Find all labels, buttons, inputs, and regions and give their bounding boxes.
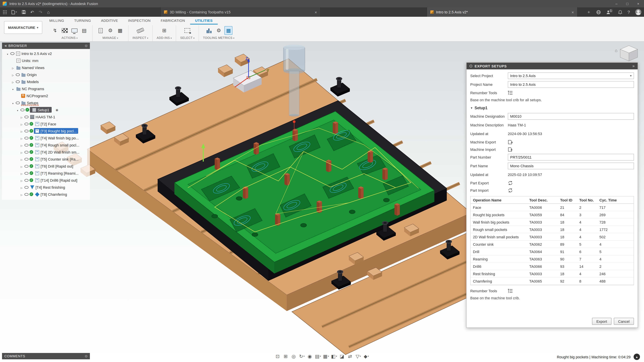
collaborators-icon[interactable]: 1	[606, 10, 613, 14]
simulate-icon[interactable]	[61, 26, 69, 35]
operation-table-row[interactable]: 2D Wall finish small pockets TA0003 18 4…	[470, 233, 634, 241]
operation-table-row[interactable]: Drill6 TA0066 93 14 2	[470, 263, 634, 270]
viewports-icon[interactable]: ◧ ▾	[330, 353, 338, 360]
orbit-icon[interactable]: ↻ ▾	[298, 353, 306, 360]
setup-sheet-icon[interactable]: ▤	[80, 26, 88, 35]
export-setups-header[interactable]: EXPORT SETUPS »	[466, 63, 638, 69]
visibility-eye-icon[interactable]	[24, 193, 29, 196]
browser-tree-item[interactable]: [T2] Face	[2, 120, 90, 127]
metrics-chart-icon[interactable]	[205, 26, 213, 35]
cancel-button[interactable]: Cancel	[614, 318, 634, 325]
setup-section-header[interactable]: Setup1	[470, 106, 634, 110]
grid-settings-icon[interactable]: ▦ ▾	[322, 353, 330, 360]
expander-icon[interactable]	[11, 101, 15, 105]
expander-icon[interactable]	[20, 129, 24, 133]
visibility-eye-icon[interactable]	[24, 165, 29, 167]
browser-tree-item[interactable]: [T4] Rest finishing	[2, 184, 90, 191]
ribbon-tab[interactable]: INSPECTION	[123, 17, 156, 24]
machine-import-icon[interactable]	[508, 147, 513, 152]
browser-tree-item[interactable]: [T4] Wall finish big po...	[2, 134, 90, 141]
expander-icon[interactable]	[20, 136, 24, 140]
maximize-button[interactable]: □	[626, 2, 628, 6]
undo-icon[interactable]: ↶	[30, 9, 34, 14]
group-label-addins[interactable]: ADD-INS	[157, 36, 172, 39]
ribbon-tab[interactable]: MILLING	[44, 17, 69, 24]
operation-table-row[interactable]: Chamfering TA0065 92 8 488	[470, 278, 634, 285]
visibility-eye-icon[interactable]	[24, 122, 29, 125]
pan-icon[interactable]: ⊞	[282, 353, 289, 360]
workspace-selector[interactable]: MANUFACTURE	[4, 21, 42, 34]
part-import-icon[interactable]	[508, 188, 513, 193]
redo-icon[interactable]: ↷	[39, 9, 42, 14]
expander-icon[interactable]	[11, 72, 15, 77]
operation-table-row[interactable]: Rought big pockets TA0059 84 3 269	[470, 211, 634, 219]
browser-tree-item[interactable]: Models	[2, 78, 90, 85]
operation-table-row[interactable]: Reaming TA0063 90 7 4	[470, 255, 634, 263]
browser-tree-item[interactable]: Intro to 2.5 Axis v2	[2, 50, 90, 57]
group-label-actions[interactable]: ACTIONS	[62, 36, 78, 39]
browser-tree-item[interactable]: [T3] Rought big pocl...	[2, 127, 90, 134]
visibility-eye-icon[interactable]	[24, 115, 29, 118]
measure-icon[interactable]: ⇄	[347, 353, 354, 360]
collapse-browser-icon[interactable]: ◀	[4, 44, 6, 47]
expander-icon[interactable]	[20, 192, 24, 196]
save-icon[interactable]	[22, 10, 26, 14]
document-tab[interactable]: 3D Milling - Containing Toolpaths v15	[160, 7, 321, 17]
filter-icon[interactable]: ▽ ▾	[355, 353, 362, 360]
expander-icon[interactable]	[20, 115, 24, 119]
browser-pin-icon[interactable]: ⊙	[85, 44, 88, 48]
operation-table-row[interactable]: Counter sink TA0062 89 5 4	[470, 241, 634, 248]
expander-icon[interactable]	[20, 122, 24, 126]
machine-export-icon[interactable]	[508, 140, 513, 144]
expander-icon[interactable]	[20, 157, 24, 161]
browser-tree-item[interactable]: [T4] 2D Wall finish sm...	[2, 148, 90, 156]
browser-tree-item[interactable]: [T4] Rough small pocl...	[2, 141, 90, 148]
comments-pin-icon[interactable]: ⊙	[85, 354, 88, 358]
section-analysis-icon[interactable]: ◪	[338, 353, 346, 360]
visibility-eye-icon[interactable]	[15, 73, 20, 76]
visibility-eye-icon[interactable]	[24, 137, 29, 139]
browser-tree-item[interactable]: Origin	[2, 71, 90, 78]
visibility-eye-icon[interactable]	[24, 186, 29, 189]
extensions-globe-icon[interactable]	[596, 10, 601, 14]
group-label-inspect[interactable]: INSPECT	[132, 36, 148, 39]
expander-icon[interactable]	[11, 65, 15, 69]
expand-panel-icon[interactable]: »	[632, 64, 634, 68]
fit-view-icon[interactable]: ⊡	[274, 353, 281, 360]
help-icon[interactable]: ?	[628, 9, 630, 14]
ribbon-tab[interactable]: ADDITIVE	[96, 17, 123, 24]
renumber-tools-icon[interactable]	[508, 90, 513, 95]
generate-toolpath-icon[interactable]: ↯	[51, 26, 59, 35]
visibility-eye-icon[interactable]	[24, 151, 29, 153]
part-number-input[interactable]: PRT/25/0011	[508, 154, 634, 161]
project-select[interactable]: Intro to 2.5 Axis	[508, 72, 634, 79]
project-name-input[interactable]: Intro to 2.5 Axis	[508, 81, 634, 88]
home-view-icon[interactable]: ⌂	[615, 48, 618, 53]
zoom-icon[interactable]: ◎	[290, 353, 297, 360]
browser-tree-item[interactable]: Named Views	[2, 64, 90, 71]
look-at-icon[interactable]: ◉	[306, 353, 314, 360]
job-status-icon[interactable]	[634, 354, 640, 360]
visibility-eye-icon[interactable]	[10, 52, 15, 55]
minimize-button[interactable]: –	[616, 2, 618, 6]
group-label-select[interactable]: SELECT	[180, 36, 195, 39]
visibility-eye-icon[interactable]	[24, 144, 29, 146]
visibility-eye-icon[interactable]	[24, 158, 29, 160]
ribbon-tab[interactable]: TURNING	[69, 17, 96, 24]
export-button[interactable]: Export	[592, 318, 612, 325]
visibility-eye-icon[interactable]	[24, 172, 29, 174]
browser-tree-item[interactable]: [T7] Reaming [Reami...	[2, 170, 90, 177]
operation-table-row[interactable]: Wall finish big pockets TA0003 18 4 728	[470, 219, 634, 226]
browser-header[interactable]: ◀ BROWSER ⊙	[2, 42, 90, 49]
browser-tree-item[interactable]: [T6] Drill [Rapid out]	[2, 163, 90, 170]
file-menu-icon[interactable]: ▾	[12, 10, 17, 14]
browser-tree-item[interactable]: Setup1	[2, 106, 90, 113]
visibility-eye-icon[interactable]	[24, 130, 29, 132]
new-tab-plus-icon[interactable]: ＋	[587, 9, 591, 15]
expander-icon[interactable]	[11, 80, 15, 84]
browser-tree-item[interactable]: Setups	[2, 99, 90, 106]
view-cube[interactable]: ⌂	[615, 45, 638, 61]
visibility-eye-icon[interactable]	[15, 101, 20, 104]
task-manager-icon[interactable]: ▦	[116, 26, 124, 35]
simulate-icon[interactable]: ◆ ▾	[363, 353, 370, 360]
